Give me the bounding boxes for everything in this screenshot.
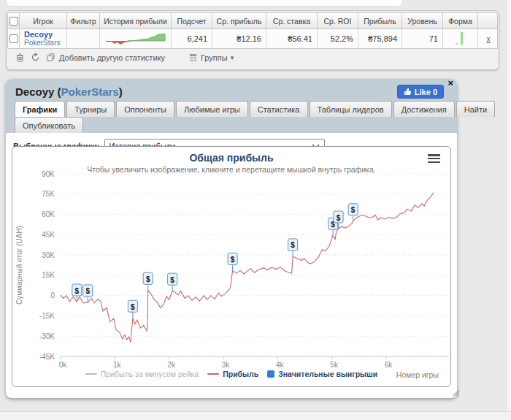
- player-cell: Decoyy PokerStars: [20, 29, 67, 48]
- legend-item-profit[interactable]: Прибыль: [207, 370, 258, 378]
- tab-find[interactable]: Найти: [456, 101, 495, 117]
- add-statistic-button[interactable]: Добавить другую статистику: [46, 53, 165, 62]
- col-header-player[interactable]: Игрок: [20, 13, 67, 29]
- level-cell: 71: [402, 29, 443, 48]
- svg-text:60K: 60K: [42, 210, 55, 218]
- panel-player-name: Decoyy: [15, 85, 54, 98]
- chart-container: Общая прибыль Чтобы увеличить изображени…: [12, 146, 451, 387]
- svg-text:6k: 6k: [385, 361, 393, 369]
- col-header-form[interactable]: Форма: [443, 13, 478, 29]
- player-name-link[interactable]: Decoyy: [24, 31, 53, 39]
- row-select-cell: [8, 29, 20, 48]
- thumbs-up-icon: [404, 88, 412, 96]
- svg-text:5k: 5k: [330, 361, 339, 369]
- svg-text:$: $: [291, 241, 295, 249]
- legend-dash-red: [207, 373, 219, 375]
- remove-cell: x: [478, 29, 498, 48]
- svg-text:$: $: [75, 287, 80, 295]
- legend-item-significant-wins[interactable]: Значительные выигрыши: [267, 370, 377, 378]
- chart-legend: Прибыль за минусом рейка Прибыль Значите…: [12, 370, 450, 378]
- stats-table: Игрок Фильтр История прибыли Подсчет Ср.…: [7, 12, 498, 49]
- table-toolbar: Добавить другую статистику Группы ▾: [7, 49, 499, 62]
- groups-label: Группы: [201, 53, 228, 62]
- row-checkbox[interactable]: [9, 34, 18, 43]
- svg-text:4k: 4k: [276, 361, 285, 369]
- groups-caret-icon: ▾: [231, 54, 234, 61]
- chart-menu-icon[interactable]: [428, 154, 440, 163]
- paren-close: ): [119, 85, 123, 98]
- profit-cell: ₴75,894: [358, 29, 402, 48]
- tab-achievements[interactable]: Достижения: [393, 101, 455, 117]
- col-header-avg-roi[interactable]: Ср. ROI: [318, 13, 358, 29]
- svg-text:$: $: [146, 275, 150, 283]
- svg-text:90K: 90K: [42, 170, 55, 178]
- tab-tournaments[interactable]: Турниры: [66, 101, 115, 117]
- col-header-profit[interactable]: Прибыль: [358, 13, 402, 29]
- svg-text:15K: 15K: [42, 271, 55, 279]
- delete-icon[interactable]: [15, 53, 25, 62]
- col-header-remove: [478, 13, 498, 29]
- panel-tabs-row2: Опубликовать: [15, 117, 83, 133]
- svg-text:75K: 75K: [42, 190, 55, 198]
- legend-dash-gray: [85, 373, 97, 375]
- col-header-profit-history[interactable]: История прибыли: [100, 13, 172, 29]
- tab-leaderboards[interactable]: Таблицы лидеров: [310, 101, 392, 117]
- close-panel-icon[interactable]: ×: [447, 77, 453, 88]
- x-axis-title: Номер игры: [396, 370, 439, 379]
- select-all-cell: [8, 13, 20, 29]
- svg-text:0: 0: [50, 291, 55, 299]
- svg-text:$: $: [351, 206, 356, 214]
- tab-charts[interactable]: Графики: [15, 101, 65, 118]
- panel-player-site-link[interactable]: PokerStars: [61, 85, 119, 98]
- svg-text:$: $: [85, 287, 90, 295]
- player-profile-panel: Decoyy (PokerStars) Like 0 × Графики Тур…: [6, 79, 457, 398]
- page-right-edge: [506, 0, 511, 420]
- svg-text:-15K: -15K: [39, 312, 55, 320]
- svg-text:2k: 2k: [167, 361, 176, 369]
- legend-label-profit-minus-rake: Прибыль за минусом рейка: [101, 370, 199, 378]
- tab-favorite-games[interactable]: Любимые игры: [176, 101, 248, 117]
- profit-chart[interactable]: 90K75K60K45K30K15K0-15K-30K-45K0k1k2k3k4…: [12, 169, 452, 370]
- svg-text:-30K: -30K: [39, 332, 55, 340]
- svg-text:$: $: [170, 276, 174, 284]
- refresh-icon[interactable]: [31, 53, 40, 62]
- legend-label-profit: Прибыль: [223, 370, 258, 378]
- col-header-count[interactable]: Подсчет: [172, 13, 212, 29]
- legend-item-profit-minus-rake[interactable]: Прибыль за минусом рейка: [85, 370, 199, 378]
- tab-publish[interactable]: Опубликовать: [15, 117, 83, 133]
- tab-opponents[interactable]: Оппоненты: [116, 101, 174, 117]
- page-footer-edge: [0, 411, 511, 420]
- svg-text:30K: 30K: [42, 251, 55, 259]
- profit-sparkline[interactable]: [100, 31, 171, 47]
- panel-header: Decoyy (PokerStars) Like 0 × Графики Тур…: [6, 79, 457, 133]
- svg-text:3k: 3k: [222, 361, 231, 369]
- resize-handle[interactable]: [452, 389, 460, 397]
- avg-profit-cell: ₴12.16: [212, 29, 266, 48]
- tab-statistics[interactable]: Статистика: [250, 101, 308, 117]
- svg-text:45K: 45K: [42, 231, 55, 239]
- svg-text:-45K: -45K: [39, 353, 55, 361]
- copy-icon: [46, 53, 55, 62]
- panel-title: Decoyy (PokerStars): [15, 85, 123, 98]
- add-statistic-label: Добавить другую статистику: [59, 53, 165, 62]
- stats-table-panel: Игрок Фильтр История прибыли Подсчет Ср.…: [6, 10, 499, 70]
- filter-cell[interactable]: [67, 29, 100, 48]
- svg-text:$: $: [131, 303, 135, 311]
- like-label: Like 0: [415, 88, 437, 96]
- groups-icon: [188, 53, 198, 62]
- select-all-checkbox[interactable]: [9, 17, 18, 26]
- form-cell: [443, 29, 478, 48]
- svg-text:0k: 0k: [59, 361, 68, 369]
- groups-button[interactable]: Группы ▾: [188, 53, 234, 62]
- col-header-avg-profit[interactable]: Ср. прибыль: [212, 13, 266, 29]
- previous-section-edge: [6, 0, 403, 7]
- remove-row-link[interactable]: x: [487, 35, 491, 43]
- svg-text:$: $: [337, 214, 341, 222]
- col-header-filter[interactable]: Фильтр: [67, 13, 100, 29]
- chart-title: Общая прибыль: [12, 152, 450, 164]
- facebook-like-button[interactable]: Like 0: [397, 85, 444, 99]
- player-site-link[interactable]: PokerStars: [24, 39, 60, 47]
- col-header-avg-stake[interactable]: Ср. ставка: [266, 13, 318, 29]
- svg-text:$: $: [231, 256, 235, 264]
- col-header-level[interactable]: Уровень: [402, 13, 443, 29]
